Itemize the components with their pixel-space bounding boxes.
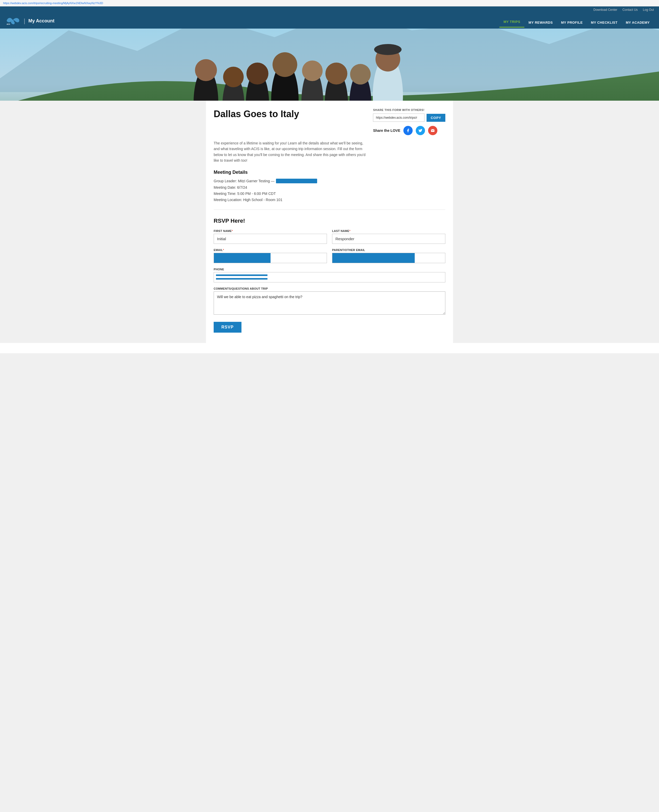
acis-logo[interactable]: acis — [5, 16, 20, 26]
comments-label: COMMENTS/QUESTIONS ABOUT TRIP — [214, 287, 445, 290]
phone-fill-bar-1 — [216, 274, 268, 276]
email-share-button[interactable] — [428, 126, 437, 135]
phone-fill-bar-2 — [216, 278, 268, 280]
group-leader-label: Group Leader: Mitzi Garner Testing — — [214, 179, 274, 183]
url-text: https://webdev.acis.com/trips/recruiting… — [3, 2, 103, 5]
rsvp-section: RSVP Here! FIRST NAME* LAST NAME* EMAIL* — [214, 218, 445, 333]
email-row: EMAIL* PARENT/OTHER EMAIL — [214, 248, 445, 263]
svg-point-13 — [325, 63, 347, 84]
twitter-icon — [418, 128, 423, 132]
my-account-label: My Account — [28, 18, 54, 24]
last-name-label: LAST NAME* — [332, 229, 445, 232]
main-nav: MY TRIPS MY REWARDS MY PROFILE MY CHECKL… — [500, 17, 654, 28]
svg-point-11 — [302, 60, 323, 81]
logo-divider: | — [24, 17, 25, 24]
meeting-location-label: Meeting Location: High School - Room 101 — [214, 198, 282, 202]
meeting-details-section: Meeting Details Group Leader: Mitzi Garn… — [214, 170, 445, 202]
trip-description: The experience of a lifetime is waiting … — [214, 140, 368, 164]
share-url-input[interactable] — [373, 114, 424, 122]
meeting-location-detail: Meeting Location: High School - Room 101 — [214, 198, 445, 202]
phone-row: PHONE — [214, 268, 445, 282]
svg-point-9 — [273, 52, 297, 77]
twitter-button[interactable] — [416, 126, 425, 135]
svg-point-15 — [350, 64, 370, 84]
meeting-time-detail: Meeting Time: 5:00 PM - 6:00 PM CDT — [214, 192, 445, 196]
first-name-group: FIRST NAME* — [214, 229, 327, 244]
section-divider — [214, 210, 445, 210]
nav-my-rewards[interactable]: MY REWARDS — [524, 17, 557, 28]
svg-point-7 — [246, 63, 268, 84]
group-leader-bar — [276, 179, 317, 183]
page-footer-gap — [0, 343, 659, 353]
meeting-date-detail: Meeting Date: 6/7/24 — [214, 185, 445, 189]
svg-point-3 — [195, 59, 217, 81]
hero-image — [0, 28, 659, 101]
parent-email-fill-bar — [332, 253, 415, 263]
parent-email-label: PARENT/OTHER EMAIL — [332, 248, 445, 252]
last-name-group: LAST NAME* — [332, 229, 445, 244]
page-title: Dallas Goes to Italy — [214, 109, 299, 120]
log-out-link[interactable]: Log Out — [643, 8, 654, 12]
nav-my-trips[interactable]: MY TRIPS — [500, 17, 524, 28]
download-center-link[interactable]: Download Center — [593, 8, 617, 12]
group-leader-detail: Group Leader: Mitzi Garner Testing — — [214, 179, 445, 183]
nav-my-checklist[interactable]: MY CHECKLIST — [587, 17, 622, 28]
first-name-input[interactable] — [214, 234, 327, 244]
phone-label: PHONE — [214, 268, 445, 271]
phone-group: PHONE — [214, 268, 445, 282]
parent-email-input-wrapper — [332, 253, 445, 263]
share-love-row: Share the LOVE — [373, 126, 445, 135]
comments-textarea[interactable]: Will we be able to eat pizza and spaghet… — [214, 292, 445, 315]
main-header: acis | My Account MY TRIPS MY REWARDS MY… — [0, 13, 659, 28]
last-name-input[interactable] — [332, 234, 445, 244]
title-share-row: Dallas Goes to Italy SHARE THIS FORM WIT… — [214, 109, 445, 135]
name-row: FIRST NAME* LAST NAME* — [214, 229, 445, 244]
phone-input-wrapper — [214, 272, 445, 282]
email-fill-bar — [214, 253, 271, 263]
email-icon — [431, 128, 435, 132]
meeting-heading: Meeting Details — [214, 170, 445, 175]
email-label: EMAIL* — [214, 248, 327, 252]
content-wrapper: Dallas Goes to Italy SHARE THIS FORM WIT… — [206, 101, 453, 343]
rsvp-heading: RSVP Here! — [214, 218, 445, 224]
parent-email-group: PARENT/OTHER EMAIL — [332, 248, 445, 263]
svg-text:acis: acis — [7, 23, 10, 25]
meeting-date-label: Meeting Date: 6/7/24 — [214, 185, 247, 189]
facebook-button[interactable] — [404, 126, 413, 135]
utility-bar: Download Center Contact Us Log Out — [0, 6, 659, 13]
facebook-icon — [406, 128, 410, 132]
first-name-label: FIRST NAME* — [214, 229, 327, 232]
rsvp-submit-button[interactable]: RSVP — [214, 322, 241, 333]
svg-point-18 — [374, 44, 402, 55]
share-url-row: COPY — [373, 114, 445, 122]
share-label: SHARE THIS FORM WITH OTHERS! — [373, 109, 445, 112]
comments-row: COMMENTS/QUESTIONS ABOUT TRIP Will we be… — [214, 287, 445, 315]
comments-group: COMMENTS/QUESTIONS ABOUT TRIP Will we be… — [214, 287, 445, 315]
svg-point-5 — [223, 67, 244, 87]
contact-us-link[interactable]: Contact Us — [623, 8, 638, 12]
email-input-wrapper — [214, 253, 327, 263]
nav-my-profile[interactable]: MY PROFILE — [557, 17, 586, 28]
logo-area: acis | My Account — [5, 16, 55, 28]
copy-button[interactable]: COPY — [427, 114, 445, 122]
meeting-time-label: Meeting Time: 5:00 PM - 6:00 PM CDT — [214, 192, 276, 196]
share-section: SHARE THIS FORM WITH OTHERS! COPY Share … — [368, 109, 445, 135]
browser-url-bar: https://webdev.acis.com/trips/recruiting… — [0, 0, 659, 6]
hero-svg — [0, 28, 659, 101]
share-love-label: Share the LOVE — [373, 128, 400, 132]
email-group: EMAIL* — [214, 248, 327, 263]
nav-my-academy[interactable]: MY ACADEMY — [622, 17, 654, 28]
